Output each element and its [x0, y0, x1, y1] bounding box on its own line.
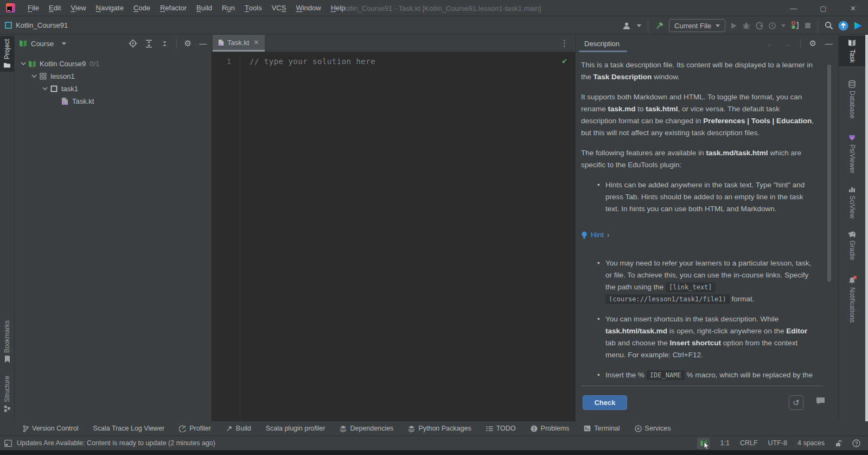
gear-icon[interactable]: ⚙: [184, 39, 192, 48]
reset-task-button[interactable]: ↺: [789, 395, 803, 410]
encoding-widget[interactable]: UTF-8: [768, 439, 787, 447]
coverage-icon[interactable]: [755, 22, 763, 30]
description-scrollbar[interactable]: [827, 65, 831, 282]
toolwindow-layout-icon[interactable]: [4, 440, 12, 447]
course-mode-widget[interactable]: [697, 438, 710, 449]
toolwindow-build[interactable]: Build: [226, 425, 251, 432]
chevron-expanded-icon[interactable]: [30, 74, 38, 78]
project-widget[interactable]: Kotlin_Course91: [5, 21, 68, 29]
toolwindow-terminal[interactable]: Terminal: [584, 425, 620, 432]
toolbar-separator: [648, 20, 648, 31]
menu-vcs[interactable]: VCS: [267, 0, 291, 16]
mouse-cursor: [704, 442, 710, 450]
tree-row-course[interactable]: Kotlin Course9 0/1: [15, 58, 211, 70]
gear-icon[interactable]: ⚙: [809, 39, 816, 48]
sidebar-item-notifications[interactable]: Notifications: [839, 274, 865, 326]
profiler-clock-icon[interactable]: [768, 22, 776, 30]
expand-all-icon[interactable]: [145, 40, 153, 48]
lock-open-icon[interactable]: [835, 440, 842, 447]
lesson-icon: [38, 73, 48, 80]
search-everywhere-icon[interactable]: [825, 21, 833, 30]
reset-icon: ↺: [793, 398, 800, 408]
chevron-down-icon[interactable]: [781, 24, 786, 27]
toolwindow-python-packages[interactable]: Python Packages: [408, 425, 471, 432]
hide-panel-icon[interactable]: —: [199, 39, 207, 48]
menu-tools[interactable]: Tools: [240, 0, 267, 16]
tree-row-task[interactable]: task1: [15, 83, 211, 95]
menu-navigate[interactable]: Navigate: [91, 0, 129, 16]
chevron-down-icon[interactable]: [637, 24, 641, 27]
learn-plugin-icon[interactable]: [853, 21, 863, 30]
editor-options-icon[interactable]: ⋮: [560, 39, 569, 48]
chevron-expanded-icon[interactable]: [19, 62, 27, 66]
forward-icon[interactable]: →: [783, 39, 792, 48]
build-hammer-icon[interactable]: [655, 21, 664, 30]
project-view-selector[interactable]: Course: [19, 40, 66, 48]
run-icon[interactable]: [730, 22, 737, 29]
caret-position-widget[interactable]: 1:1: [720, 439, 730, 447]
toolwindow-dependencies[interactable]: Dependencies: [340, 425, 393, 432]
maximize-button[interactable]: ▢: [808, 0, 838, 16]
sidebar-item-psiviewer[interactable]: Ψ PsiViewer: [839, 130, 865, 176]
editor-body[interactable]: 1 // type your solution here ✔: [212, 52, 575, 421]
project-icon: [5, 22, 12, 29]
menu-code[interactable]: Code: [129, 0, 155, 16]
toolwindow-version-control[interactable]: Version Control: [23, 425, 78, 432]
debug-icon[interactable]: [742, 22, 750, 30]
line-separator-widget[interactable]: CRLF: [740, 439, 758, 447]
toolwindow-services[interactable]: Services: [635, 425, 671, 432]
attach-debugger-icon[interactable]: [790, 21, 800, 30]
menu-window[interactable]: Window: [291, 0, 326, 16]
indent-widget[interactable]: 4 spaces: [797, 439, 825, 447]
menu-file[interactable]: File: [23, 0, 44, 16]
sidebar-item-structure[interactable]: Structure: [0, 372, 14, 415]
hint-link[interactable]: Hint: [591, 229, 604, 241]
hide-panel-icon[interactable]: —: [825, 39, 833, 48]
tab-task-kt[interactable]: Task.kt ✕: [213, 35, 265, 52]
tab-description[interactable]: Description: [584, 35, 620, 52]
tree-row-lesson[interactable]: lesson1: [15, 70, 211, 83]
toolwindow-profiler[interactable]: Profiler: [179, 425, 211, 432]
user-profile-icon[interactable]: [623, 22, 632, 30]
status-message[interactable]: Updates Are Available: Content is ready …: [17, 439, 215, 447]
list-item: Hints can be added anywhere in the task …: [605, 179, 816, 215]
window-edge-scrollbar[interactable]: [865, 35, 868, 421]
comment-feedback-icon[interactable]: [816, 397, 825, 405]
select-opened-file-icon[interactable]: [129, 39, 137, 48]
close-tab-icon[interactable]: ✕: [253, 39, 259, 46]
menu-edit[interactable]: Edit: [44, 0, 66, 16]
inspection-ok-icon[interactable]: ✔: [562, 56, 567, 66]
sidebar-item-bookmarks[interactable]: Bookmarks: [0, 317, 14, 366]
code-line-comment[interactable]: // type your solution here: [240, 52, 375, 421]
sidebar-item-gradle[interactable]: Gradle: [839, 228, 865, 263]
menu-view[interactable]: View: [66, 0, 91, 16]
toolwindow-problems[interactable]: Problems: [531, 425, 570, 432]
database-icon: [848, 80, 856, 88]
editor-area: Task.kt ✕ ⋮ 1 // type your solution here…: [212, 35, 575, 421]
sidebar-item-database[interactable]: Database: [839, 77, 865, 122]
check-button[interactable]: Check: [583, 395, 627, 410]
menu-build[interactable]: Build: [192, 0, 217, 16]
task-description-panel: Description ← → ⚙ — This is a task descr…: [575, 35, 838, 421]
toolwindow-todo[interactable]: TODO: [486, 425, 516, 432]
toolwindow-scala-plugin-profiler[interactable]: Scala plugin profiler: [266, 425, 326, 432]
back-icon[interactable]: ←: [767, 39, 775, 48]
menu-run[interactable]: Run: [217, 0, 240, 16]
run-configuration-select[interactable]: Current File: [669, 19, 725, 32]
sidebar-item-project[interactable]: Project: [0, 36, 14, 72]
collapse-all-icon[interactable]: [161, 40, 169, 48]
tree-row-file[interactable]: Task.kt: [15, 95, 211, 108]
stop-icon[interactable]: [805, 22, 811, 29]
hint-toggle[interactable]: Hint ›: [581, 229, 816, 241]
update-available-icon[interactable]: [838, 21, 848, 31]
minimize-button[interactable]: —: [778, 0, 808, 16]
sidebar-item-task[interactable]: Task: [839, 36, 865, 66]
sidebar-item-sciview[interactable]: SciView: [839, 182, 865, 222]
toolwindow-scala-trace-log[interactable]: Scala Trace Log Viewer: [93, 425, 164, 432]
close-button[interactable]: ✕: [838, 0, 868, 16]
window-title: Kotlin_Course91 - Task.kt [Kotlin_Course…: [340, 0, 541, 16]
help-hints-icon[interactable]: [852, 439, 860, 447]
chevron-expanded-icon[interactable]: [41, 87, 49, 91]
menu-refactor[interactable]: Refactor: [155, 0, 192, 16]
hammer-icon: [226, 425, 233, 432]
